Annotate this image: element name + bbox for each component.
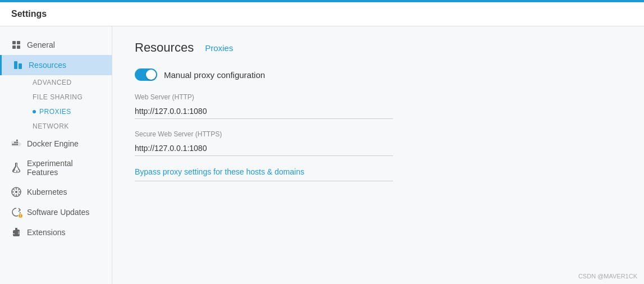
page-header: Settings <box>0 2 644 26</box>
web-server-http-group: Web Server (HTTP) <box>135 93 622 119</box>
web-server-http-input[interactable] <box>135 104 393 119</box>
software-updates-icon: ! <box>11 207 21 217</box>
svg-point-7 <box>16 171 17 172</box>
web-server-http-label: Web Server (HTTP) <box>135 93 622 101</box>
content-title: Resources <box>135 40 194 55</box>
svg-rect-4 <box>14 61 17 69</box>
sidebar-item-resources-label: Resources <box>29 61 66 70</box>
bypass-group: Bypass proxy settings for these hosts & … <box>135 167 622 181</box>
sidebar: General Resources ADVANCED FILE SHARING … <box>0 26 112 284</box>
sidebar-item-kubernetes-label: Kubernetes <box>27 187 67 196</box>
sub-items-container: ADVANCED FILE SHARING PROXIES NETWORK <box>0 75 112 134</box>
general-icon <box>11 40 21 50</box>
svg-point-10 <box>15 191 17 193</box>
manual-proxy-toggle[interactable] <box>135 68 157 81</box>
sidebar-item-extensions[interactable]: Extensions <box>0 222 112 242</box>
svg-rect-1 <box>17 41 20 44</box>
sidebar-item-experimental[interactable]: Experimental Features <box>0 154 112 182</box>
sidebar-item-experimental-label: Experimental Features <box>27 159 101 177</box>
watermark: CSDN @MAVER1CK <box>578 273 637 280</box>
proxies-tab[interactable]: Proxies <box>205 43 233 53</box>
toggle-label: Manual proxy configuration <box>164 70 265 80</box>
svg-rect-3 <box>17 45 20 49</box>
resources-icon <box>13 60 23 70</box>
bypass-proxy-field[interactable]: Bypass proxy settings for these hosts & … <box>135 167 393 181</box>
secure-web-server-label: Secure Web Server (HTTPS) <box>135 130 622 138</box>
bypass-text: Bypass proxy settings for these hosts & … <box>135 167 304 176</box>
toggle-row: Manual proxy configuration <box>135 68 622 81</box>
experimental-icon <box>11 163 21 173</box>
file-sharing-label: FILE SHARING <box>33 93 83 101</box>
sidebar-subitem-file-sharing[interactable]: FILE SHARING <box>27 90 112 104</box>
content-header: Resources Proxies <box>135 40 622 55</box>
sidebar-item-software-updates-label: Software Updates <box>27 208 89 217</box>
sidebar-item-general[interactable]: General <box>0 35 112 55</box>
sidebar-item-kubernetes[interactable]: Kubernetes <box>0 182 112 202</box>
sidebar-item-resources[interactable]: Resources <box>0 55 112 75</box>
secure-web-server-input[interactable] <box>135 141 393 156</box>
main-layout: General Resources ADVANCED FILE SHARING … <box>0 26 644 284</box>
bypass-link-text: Bypass proxy settings for these hosts & … <box>135 167 304 176</box>
update-badge: ! <box>18 213 23 218</box>
sidebar-item-docker-engine-label: Docker Engine <box>27 139 79 148</box>
svg-point-6 <box>14 170 15 171</box>
sidebar-item-general-label: General <box>27 40 55 49</box>
sidebar-subitem-network[interactable]: NETWORK <box>27 119 112 134</box>
network-label: NETWORK <box>33 122 69 130</box>
advanced-label: ADVANCED <box>33 79 72 86</box>
docker-engine-icon <box>11 139 21 149</box>
svg-rect-2 <box>12 45 16 49</box>
sidebar-item-docker-engine[interactable]: Docker Engine <box>0 134 112 154</box>
svg-point-8 <box>18 169 19 170</box>
sidebar-subitem-advanced[interactable]: ADVANCED <box>27 75 112 90</box>
sidebar-item-extensions-label: Extensions <box>27 228 65 237</box>
proxies-bullet <box>33 110 36 113</box>
page-title: Settings <box>11 9 47 19</box>
extensions-icon <box>11 227 21 237</box>
proxies-label: PROXIES <box>39 108 71 116</box>
sidebar-subitem-proxies[interactable]: PROXIES <box>27 104 112 119</box>
kubernetes-icon <box>11 187 21 197</box>
svg-rect-0 <box>12 41 16 44</box>
content-area: Resources Proxies Manual proxy configura… <box>112 26 644 284</box>
secure-web-server-group: Secure Web Server (HTTPS) <box>135 130 622 156</box>
svg-rect-5 <box>19 63 22 69</box>
sidebar-item-software-updates[interactable]: ! Software Updates <box>0 202 112 222</box>
